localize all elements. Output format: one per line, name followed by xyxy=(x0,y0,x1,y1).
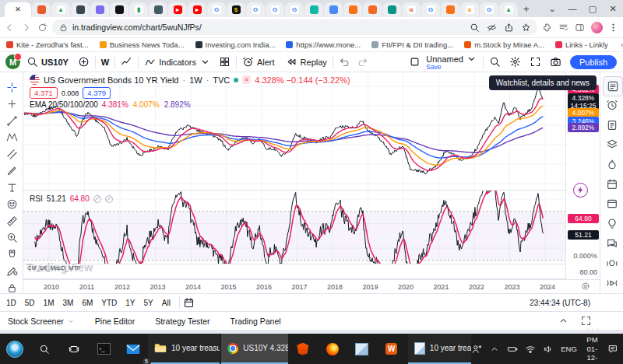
bottom-tab-pine-editor[interactable]: Pine Editor xyxy=(95,317,135,326)
wordweb-icon[interactable]: W xyxy=(377,334,407,364)
browser-tab[interactable] xyxy=(324,2,343,17)
tray-clock[interactable]: 1:14 PM 01-12-2023 xyxy=(584,326,600,364)
compare-add-icon[interactable] xyxy=(78,56,90,68)
tv-user-avatar[interactable]: M xyxy=(5,54,20,69)
browser-tab[interactable] xyxy=(32,2,51,17)
hotlists-icon[interactable] xyxy=(603,156,621,174)
new-tab-button[interactable]: + xyxy=(523,3,530,15)
legend-interval[interactable]: 1W xyxy=(189,75,202,85)
parallel-channel-tool-icon[interactable] xyxy=(3,145,20,163)
chat-icon[interactable] xyxy=(603,234,621,253)
trend-line-tool-icon[interactable] xyxy=(3,112,20,129)
layout-select-icon[interactable] xyxy=(409,56,421,68)
side-panel-icon[interactable] xyxy=(575,23,585,33)
rsi-settings-icon[interactable] xyxy=(105,195,113,203)
browser-tab[interactable]: ▲ xyxy=(499,2,518,17)
people-icon[interactable] xyxy=(471,344,482,355)
bookmark-item[interactable]: Investing.com India... xyxy=(195,40,276,49)
collapsed-pane-legend[interactable]: CM_Ult_MacD_MTF xyxy=(27,264,80,271)
browser-tab[interactable] xyxy=(441,2,459,17)
live-ideas-icon[interactable] xyxy=(603,254,621,273)
taskbar-search-icon[interactable] xyxy=(30,334,59,364)
publish-button[interactable]: Publish xyxy=(570,55,617,69)
mail-icon[interactable]: 5 xyxy=(118,334,148,364)
browser-tab[interactable] xyxy=(343,2,362,17)
browser-tab[interactable] xyxy=(304,2,323,17)
brush-tool-icon[interactable] xyxy=(3,163,20,180)
browser-tab[interactable]: $ xyxy=(227,2,245,17)
bottom-tab-stock-screener[interactable]: Stock Screener xyxy=(8,317,75,326)
alert-button[interactable]: Alert xyxy=(242,56,275,68)
bookmark-star-icon[interactable] xyxy=(521,23,531,33)
browser-tab[interactable]: G xyxy=(480,2,498,17)
browser-tab[interactable] xyxy=(382,2,401,17)
reading-list-icon[interactable] xyxy=(558,23,568,33)
browser-tab[interactable]: ▮ xyxy=(129,2,148,17)
save-link[interactable]: Save xyxy=(426,63,441,71)
panel-expand-icon[interactable] xyxy=(558,315,569,327)
zoom-in-tool-icon[interactable] xyxy=(3,229,20,247)
address-bar[interactable]: in.tradingview.com/chart/5wuNJfPs/ xyxy=(52,19,537,35)
range-button-1y[interactable]: 1Y xyxy=(125,299,135,307)
dom-icon[interactable] xyxy=(603,194,621,213)
start-button[interactable] xyxy=(0,334,30,364)
alerts-icon[interactable] xyxy=(603,96,621,114)
range-button-5y[interactable]: 5Y xyxy=(144,299,153,307)
task-view-icon[interactable] xyxy=(59,334,89,364)
xabcd-pattern-tool-icon[interactable] xyxy=(3,129,20,146)
browser-tab[interactable]: G xyxy=(421,2,440,17)
object-tree-icon[interactable] xyxy=(603,135,621,154)
browser-tab[interactable]: G xyxy=(246,2,265,17)
interval-button[interactable]: W xyxy=(101,58,109,67)
drawing-lock-tool-icon[interactable] xyxy=(3,263,20,280)
action-center-icon[interactable] xyxy=(607,344,618,355)
streams-icon[interactable] xyxy=(603,274,621,292)
layout-name-button[interactable]: Unnamed Save xyxy=(426,53,477,71)
go-to-date-icon[interactable] xyxy=(183,297,195,309)
symbol-legend[interactable]: US Government Bonds 10 YR Yield ·1W ·TVC… xyxy=(30,75,350,85)
range-button-1m[interactable]: 1M xyxy=(44,299,55,307)
bookmark-item[interactable]: FII/FPI & DII trading... xyxy=(371,40,453,49)
time-axis[interactable]: 2010201120122013201420152016201720182019… xyxy=(23,279,600,293)
bookmark-item[interactable]: Business News Toda... xyxy=(100,40,185,49)
close-icon[interactable]: ✕ xyxy=(603,4,623,14)
back-icon[interactable] xyxy=(5,23,15,33)
watchlist-icon[interactable] xyxy=(603,76,623,96)
browser-tab[interactable]: ▸ xyxy=(188,2,206,17)
boost-lightning-icon[interactable] xyxy=(573,183,588,198)
browser-tab[interactable]: ▲ xyxy=(51,2,70,17)
share-icon[interactable] xyxy=(504,23,514,33)
browser-tab[interactable]: G xyxy=(207,2,226,17)
tab-search-chevron-icon[interactable]: ⌄ xyxy=(542,4,562,14)
browser-tab[interactable] xyxy=(110,2,128,17)
url-text[interactable]: in.tradingview.com/chart/5wuNJfPs/ xyxy=(72,23,202,32)
calendar-icon[interactable] xyxy=(603,175,621,194)
bottom-tab-strategy-tester[interactable]: Strategy Tester xyxy=(155,317,209,326)
ideas-icon[interactable] xyxy=(603,215,621,233)
bookmark-item[interactable]: Links - Linkly xyxy=(555,40,608,49)
bookmark-item[interactable]: https://www.mone... xyxy=(286,40,361,49)
browser-tab[interactable]: a xyxy=(460,2,479,17)
panel-maximize-icon[interactable] xyxy=(580,315,592,327)
doc-window-button[interactable]: 10 year treasury yiel... xyxy=(408,334,471,364)
range-button-6m[interactable]: 6M xyxy=(82,299,93,307)
forward-icon[interactable] xyxy=(21,23,31,33)
refresh-icon[interactable] xyxy=(37,23,48,33)
browser-tab[interactable]: G xyxy=(266,2,284,17)
brave-icon[interactable] xyxy=(288,334,318,364)
browser-tab[interactable] xyxy=(90,2,109,17)
clock-utc[interactable]: 23:44:34 (UTC-8) xyxy=(530,299,590,307)
quick-search-icon[interactable] xyxy=(489,56,501,68)
browser-tab[interactable]: G xyxy=(285,2,304,17)
emoji-tool-icon[interactable] xyxy=(3,196,20,213)
range-button-3m[interactable]: 3M xyxy=(63,299,74,307)
browser-tab[interactable]: α xyxy=(402,2,421,17)
maximize-icon[interactable]: ▢ xyxy=(583,4,603,14)
settings-gear-icon[interactable] xyxy=(509,56,521,68)
browser-tab[interactable]: ▸ xyxy=(168,2,187,17)
undo-icon[interactable] xyxy=(339,56,350,68)
redo-icon[interactable] xyxy=(357,56,368,68)
time-axis-settings-icon[interactable] xyxy=(581,282,590,291)
legend-title[interactable]: US Government Bonds 10 YR Yield xyxy=(44,75,178,85)
app-window-icon[interactable] xyxy=(347,334,377,364)
